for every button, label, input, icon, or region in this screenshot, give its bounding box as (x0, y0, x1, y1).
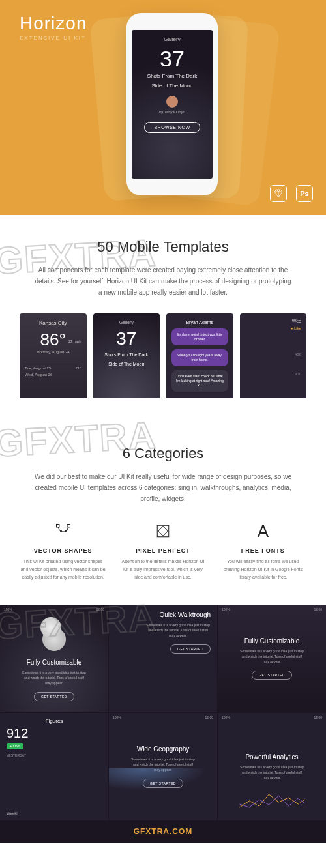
gallery-caption: Side of The Moon (98, 361, 155, 368)
sketch-icon (270, 185, 287, 202)
dark-showcase-grid: 100%12:00 Fully Customizable Sometimes i… (0, 605, 326, 820)
svg-point-2 (60, 530, 61, 532)
svg-rect-0 (56, 525, 59, 527)
chat-bubble: It's damn weird to text you, little brot… (171, 328, 228, 345)
screen-caption-2: Side of The Moon (151, 82, 192, 89)
chat-name: Bryan Adams (171, 320, 228, 325)
features-row: VECTOR SHAPES This UI Kit created using … (20, 521, 306, 581)
figures-yesterday: YESTERDAY (7, 753, 26, 757)
weather-date: Monday, August 24 (25, 350, 82, 354)
thumbnail-gallery: Gallery 37 Shots From The Dark Side of T… (93, 313, 160, 398)
figures-number: 912 (7, 726, 28, 741)
templates-section: 50 Mobile Templates All components for e… (0, 215, 326, 422)
thumbnail-chat: Bryan Adams It's damn weird to text you,… (166, 313, 233, 398)
footer-link[interactable]: GFXTRA.COM (0, 820, 326, 843)
forecast-day: Wed, August 26 (25, 373, 52, 377)
card-body: Sometimes it is a very good idea just to… (22, 670, 87, 686)
thumbnail-weather: Kansas City 86° Monday, August 24 13 mph… (20, 313, 87, 398)
feature-body: Attention to the details makes Horizon U… (119, 558, 206, 581)
card-customizable-2: 100%12:00 Fully Customizable Sometimes i… (218, 605, 326, 712)
axis-tick: 400 (295, 353, 301, 356)
week-label: Wee (292, 319, 301, 323)
status-bar: 100%12:00 (222, 607, 322, 611)
card-analytics: 100%12:00 Powerful Analytics Sometimes i… (218, 713, 326, 820)
chat-bubble: Don't even start, check out what I'm loo… (171, 370, 228, 392)
feature-body: This UI Kit created using vector shapes … (20, 558, 106, 581)
card-body: Sometimes it is a very good idea just to… (239, 764, 304, 780)
card-customizable: 100%12:00 Fully Customizable Sometimes i… (0, 605, 108, 712)
section-body: All components for each template were cr… (33, 265, 293, 298)
phone-frame: Gallery 37 Shots From The Dark Side of T… (126, 13, 218, 195)
browse-button[interactable]: BROWSE NOW (144, 122, 200, 133)
phone-mockup: Gallery 37 Shots From The Dark Side of T… (126, 13, 218, 195)
like-label: ● Like (291, 326, 301, 330)
card-title: Wide Geopgraphy (137, 745, 190, 753)
card-body: Sometimes it is a very good idea just to… (239, 648, 304, 664)
section-body: We did our best to make our UI Kit reall… (33, 471, 293, 504)
card-figures: 912 +11% YESTERDAY Figures Weekl (0, 713, 108, 820)
svg-rect-4 (157, 525, 169, 537)
section-title: 6 Categories (20, 445, 306, 462)
card-title: Fully Customizable (27, 659, 82, 666)
gallery-tab: Gallery (98, 320, 155, 325)
chat-bubble: when you are light years away from home. (171, 349, 228, 366)
weather-wind: 13 mph (68, 340, 81, 343)
svg-rect-1 (67, 525, 70, 527)
card-geography: 100%12:00 Wide Geopgraphy Sometimes it i… (109, 713, 217, 820)
divider (25, 362, 82, 362)
status-bar: 100%12:00 (4, 607, 104, 611)
card-body: Sometimes it is a very good idea just to… (145, 622, 211, 638)
chart-sparkline (229, 788, 316, 814)
feature-title: PIXEL PERFECT (119, 547, 206, 554)
section-title: 50 Mobile Templates (20, 239, 306, 255)
forecast-row: Wed, August 26 (25, 373, 82, 377)
screen-number: 37 (160, 48, 185, 70)
card-title: Powerful Analytics (245, 753, 298, 760)
forecast-row: Tue, August 25 71° (25, 366, 82, 370)
forecast-day: Tue, August 25 (25, 366, 51, 370)
thumbnail-week: Wee ● Like 400 300 (240, 313, 307, 398)
get-started-button[interactable]: GET STARTED (34, 692, 74, 701)
pixel-icon (153, 521, 173, 541)
hero-section: Horizon EXTENSIVE UI KIT Gallery 37 Shot… (0, 0, 326, 215)
axis-tick: 300 (295, 372, 301, 376)
template-thumbnails: Kansas City 86° Monday, August 24 13 mph… (20, 313, 306, 398)
get-started-button[interactable]: GET STARTED (252, 671, 292, 680)
feature-vector: VECTOR SHAPES This UI Kit created using … (20, 521, 106, 581)
feature-body: You will easily find all fonts we used c… (220, 558, 306, 581)
feature-fonts: A FREE FONTS You will easily find all fo… (220, 521, 306, 581)
feature-title: FREE FONTS (220, 547, 306, 554)
forecast-temp: 71° (75, 366, 81, 370)
figures-badge: +11% (7, 743, 23, 749)
gallery-number: 37 (98, 328, 155, 349)
svg-rect-5 (158, 527, 168, 536)
feature-pixel: PIXEL PERFECT Attention to the details m… (119, 521, 206, 581)
earth-image (109, 768, 217, 794)
figures-week: Weekl (7, 811, 18, 815)
photoshop-icon: Ps (296, 185, 313, 202)
avatar (166, 96, 178, 108)
figures-label: Figures (46, 718, 63, 724)
vector-icon (53, 521, 73, 541)
font-icon: A (253, 521, 273, 541)
screen-tab-label: Gallery (164, 36, 180, 42)
card-title: Fully Customizable (244, 637, 299, 644)
card-walkthrough-top: Quick Walktrough Sometimes it is a very … (109, 605, 217, 712)
get-started-button[interactable]: GET STARTED (170, 644, 211, 654)
screen-caption-1: Shots From The Dark (147, 72, 197, 80)
weather-city: Kansas City (25, 320, 82, 326)
categories-section: 6 Categories We did our best to make our… (0, 422, 326, 605)
card-title: Quick Walktrough (159, 611, 211, 618)
gallery-caption: Shots From The Dark (98, 352, 155, 358)
tool-icons: Ps (270, 185, 313, 202)
screen-byline: by Tanya Lloyd (159, 110, 185, 114)
svg-point-3 (65, 530, 66, 532)
status-bar: 100%12:00 (222, 716, 322, 719)
feature-title: VECTOR SHAPES (20, 547, 106, 554)
status-bar: 100%12:00 (113, 716, 213, 719)
astronaut-image (38, 616, 70, 655)
phone-screen: Gallery 37 Shots From The Dark Side of T… (132, 30, 213, 179)
